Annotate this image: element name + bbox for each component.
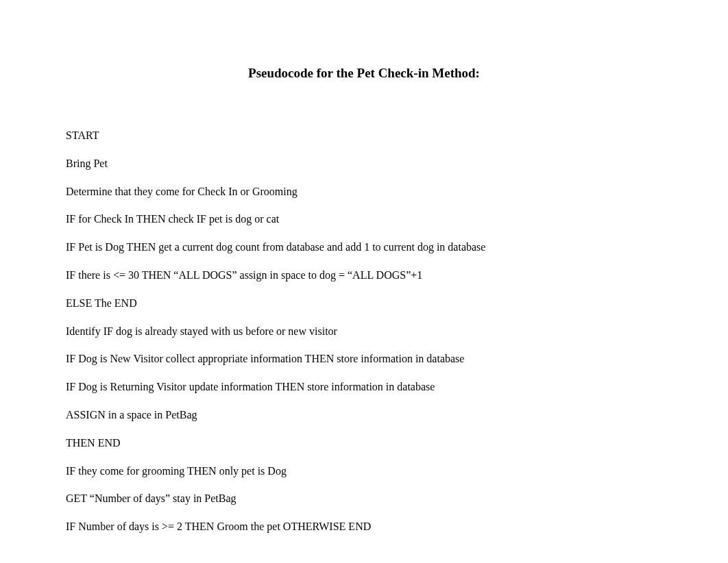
pseudocode-line: IF for Check In THEN check IF pet is dog… — [66, 212, 662, 227]
pseudocode-line: IF they come for grooming THEN only pet … — [66, 464, 662, 479]
pseudocode-line: ELSE The END — [66, 297, 662, 311]
pseudocode-line: IF Number of days is >= 2 THEN Groom the… — [66, 520, 662, 534]
pseudocode-line: GET “Number of days” stay in PetBag — [66, 492, 662, 506]
pseudocode-line: IF Dog is New Visitor collect appropriat… — [66, 352, 662, 366]
pseudocode-line: THEN END — [66, 436, 662, 451]
pseudocode-line: Bring Pet — [66, 157, 662, 171]
pseudocode-body: STARTBring PetDetermine that they come f… — [66, 129, 662, 534]
pseudocode-line: START — [66, 129, 662, 143]
pseudocode-line: ASSIGN in a space in PetBag — [66, 408, 662, 423]
pseudocode-line: IF there is <= 30 THEN “ALL DOGS” assign… — [66, 268, 662, 283]
pseudocode-line: Determine that they come for Check In or… — [66, 185, 662, 199]
pseudocode-line: IF Dog is Returning Visitor update infor… — [66, 380, 662, 395]
pseudocode-line: Identify IF dog is already stayed with u… — [66, 325, 662, 339]
pseudocode-line: IF Pet is Dog THEN get a current dog cou… — [66, 240, 662, 255]
document-title: Pseudocode for the Pet Check-in Method: — [66, 66, 662, 81]
